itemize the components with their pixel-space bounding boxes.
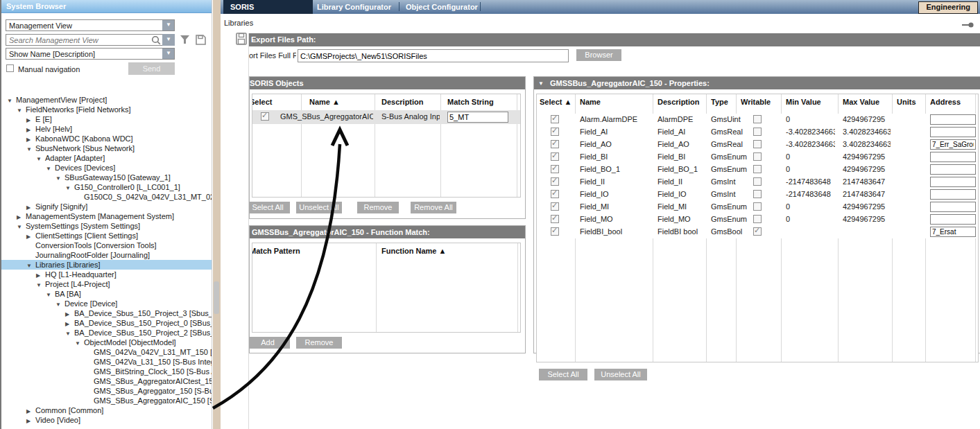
- column-header-max-value[interactable]: Max Value: [843, 98, 879, 110]
- tree-item[interactable]: GMS_042Va_L31_150 [S-Bus Integer In: [1, 357, 212, 367]
- tree-item[interactable]: ▼BA [BA]: [1, 289, 212, 299]
- tree-item[interactable]: ▼Project [L4-Project]: [1, 279, 212, 289]
- select-all-button[interactable]: Select All: [539, 369, 587, 380]
- tree-item[interactable]: ▶KabonaWDC [Kabona WDC]: [1, 134, 212, 143]
- expand-arrow-icon[interactable]: ▼: [46, 290, 55, 299]
- add-button[interactable]: Add: [248, 337, 290, 349]
- row-select-checkbox[interactable]: [551, 165, 559, 173]
- view-selector-dropdown[interactable]: Management View ▼: [6, 19, 175, 31]
- expand-arrow-icon[interactable]: ▼: [65, 184, 74, 192]
- writable-checkbox[interactable]: [753, 152, 762, 161]
- tree-item[interactable]: ▼ObjectModel [ObjectModel]: [1, 338, 212, 347]
- column-header-writable[interactable]: Writable: [741, 98, 771, 110]
- writable-checkbox[interactable]: [753, 177, 762, 186]
- engineering-mode-button[interactable]: Engineering: [918, 1, 978, 14]
- tree-item[interactable]: ▶Signify [Signify]: [1, 202, 212, 211]
- tab-soris[interactable]: SORIS: [223, 0, 313, 14]
- row-select-checkbox[interactable]: [551, 128, 559, 136]
- chevron-down-icon[interactable]: ▼: [162, 48, 175, 60]
- tree-item[interactable]: ▼ManagementView [Project]: [1, 95, 212, 105]
- address-input[interactable]: [930, 177, 976, 187]
- address-input[interactable]: [930, 189, 976, 200]
- column-header-name[interactable]: Name ▲: [309, 98, 340, 110]
- row-select-checkbox[interactable]: [551, 115, 559, 123]
- address-input[interactable]: [930, 127, 976, 137]
- tree-item[interactable]: ConversionTools [Conversion Tools]: [1, 240, 212, 250]
- tree-item[interactable]: ▼Device [Device]: [1, 299, 212, 308]
- scrollbar-thumb[interactable]: [214, 281, 219, 314]
- address-input[interactable]: [930, 202, 976, 212]
- tree-item[interactable]: ▼G150_Controller0 [L_LC001_1]: [1, 182, 212, 192]
- collapse-arrow-icon[interactable]: ▶: [26, 407, 35, 415]
- collapse-arrow-icon[interactable]: ▶: [26, 417, 35, 425]
- soris-object-row[interactable]: GMS_SBus_AgreggatorAIC_1 S-Bus Analog In…: [252, 110, 520, 124]
- chevron-down-icon[interactable]: ▼: [162, 34, 175, 46]
- tree-item[interactable]: ▶Common [Common]: [1, 405, 212, 415]
- row-select-checkbox[interactable]: [551, 140, 559, 148]
- collapse-arrow-icon[interactable]: ▶: [26, 232, 35, 240]
- display-mode-dropdown[interactable]: Show Name [Description] ▼: [6, 48, 175, 60]
- column-header-description[interactable]: Description: [381, 98, 424, 110]
- filter-icon[interactable]: [180, 35, 190, 46]
- tree-item[interactable]: ▼SbusNetwork [Sbus Network]: [1, 143, 212, 153]
- writable-checkbox[interactable]: [753, 190, 762, 198]
- tree-item[interactable]: GMS_042Va_042V_L31_MT_150 [S-Bus: [1, 347, 212, 357]
- tree-item[interactable]: ▼Devices [Devices]: [1, 163, 212, 173]
- row-select-checkbox[interactable]: [551, 177, 559, 186]
- row-select-checkbox[interactable]: [551, 215, 559, 223]
- tree-item[interactable]: GMS_SBus_AggregatorAICtest_150 [S-B: [1, 376, 212, 386]
- tree-item[interactable]: ▶HQ [L1-Headquarter]: [1, 270, 212, 279]
- tree-item[interactable]: ▶ManagementSystem [Management System]: [1, 211, 212, 221]
- expand-arrow-icon[interactable]: ▼: [36, 281, 45, 289]
- tree-item[interactable]: ▼SystemSettings [System Settings]: [1, 221, 212, 231]
- tree-item[interactable]: ▶Video [Video]: [1, 415, 212, 425]
- pin-icon[interactable]: [962, 21, 974, 29]
- address-input[interactable]: [930, 214, 976, 225]
- save-icon[interactable]: [236, 33, 248, 47]
- collapse-arrow-icon[interactable]: ▼: [534, 78, 544, 89]
- writable-checkbox[interactable]: [753, 215, 762, 223]
- tree-item[interactable]: JournalingRootFolder [Journaling]: [1, 250, 212, 260]
- tree-item[interactable]: ▶Helv [Helv]: [1, 124, 212, 134]
- browser-button[interactable]: Browser: [576, 49, 621, 61]
- column-header-min-value[interactable]: Min Value: [786, 98, 821, 110]
- tree-item[interactable]: ▼Adapter [Adapter]: [1, 153, 212, 163]
- tree-item[interactable]: ▶E [E]: [1, 114, 212, 124]
- panel-splitter[interactable]: [213, 0, 221, 429]
- column-header-select[interactable]: Select ▲: [540, 98, 571, 110]
- row-select-checkbox[interactable]: [261, 112, 269, 121]
- writable-checkbox[interactable]: [753, 140, 762, 148]
- address-input[interactable]: [930, 139, 976, 150]
- row-select-checkbox[interactable]: [551, 190, 559, 198]
- expand-arrow-icon[interactable]: ▼: [55, 174, 65, 182]
- unselect-all-button[interactable]: Unselect All: [594, 369, 647, 380]
- address-input[interactable]: [930, 227, 976, 237]
- address-input[interactable]: [930, 114, 976, 125]
- collapse-arrow-icon[interactable]: ▶: [65, 319, 74, 328]
- unselect-all-button[interactable]: Unselect All: [296, 202, 342, 213]
- search-icon[interactable]: [151, 35, 161, 46]
- expand-arrow-icon[interactable]: ▼: [7, 96, 16, 105]
- send-button[interactable]: Send: [128, 62, 175, 75]
- expand-arrow-icon[interactable]: ▼: [65, 329, 74, 338]
- column-header-type[interactable]: Type: [711, 98, 728, 110]
- collapse-arrow-icon[interactable]: ▶: [26, 125, 35, 134]
- column-header-units[interactable]: Units: [897, 98, 916, 110]
- writable-checkbox[interactable]: [753, 115, 762, 123]
- tree-item[interactable]: ▶ClientSettings [Client Settings]: [1, 231, 212, 240]
- expand-arrow-icon[interactable]: ▼: [55, 300, 65, 308]
- column-header-match-pattern[interactable]: Match Pattern: [252, 247, 368, 259]
- collapse-arrow-icon[interactable]: ▶: [26, 135, 35, 143]
- address-input[interactable]: [930, 164, 976, 175]
- save-filter-icon[interactable]: [195, 35, 206, 46]
- manual-navigation-checkbox[interactable]: [6, 64, 14, 72]
- tree-item[interactable]: ▶BA_Device_SBus_150_Project_0 [SBus_150]: [1, 318, 212, 328]
- search-input[interactable]: [6, 35, 148, 45]
- writable-checkbox[interactable]: [753, 128, 762, 136]
- collapse-arrow-icon[interactable]: ▶: [26, 203, 35, 211]
- remove-button[interactable]: Remove: [357, 202, 399, 213]
- column-header-match-string[interactable]: Match String: [447, 98, 494, 110]
- select-all-button[interactable]: Select All: [248, 202, 290, 213]
- tree-item[interactable]: GMS_SBus_Agreggator_150 [S-Bus Ana: [1, 386, 212, 396]
- writable-checkbox[interactable]: [753, 202, 762, 211]
